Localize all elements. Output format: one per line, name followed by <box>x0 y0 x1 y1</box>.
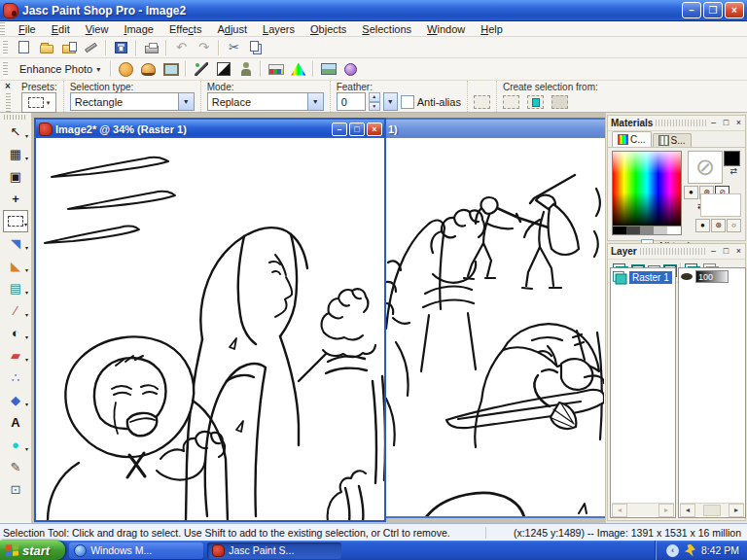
flyout-arrow-icon[interactable]: ▾ <box>24 221 27 228</box>
feather-input[interactable]: 0 <box>337 92 366 111</box>
menu-file[interactable]: File <box>11 22 44 36</box>
close-options-icon[interactable]: × <box>5 82 11 91</box>
materials-maximize-icon[interactable]: □ <box>720 117 732 129</box>
scroll-left-icon[interactable]: ◂ <box>680 504 695 517</box>
custom-selection-button[interactable] <box>474 95 490 109</box>
mode-select[interactable]: Replace ▼ <box>207 92 324 111</box>
clock[interactable]: 8:42 PM <box>701 544 739 556</box>
image2-minimize-button[interactable]: – <box>332 122 347 136</box>
dropper-tool[interactable]: ◥▾ <box>3 232 28 255</box>
image2-maximize-button[interactable]: □ <box>349 122 365 136</box>
scroll-thumb[interactable] <box>703 505 721 516</box>
flyout-arrow-icon[interactable]: ▾ <box>25 289 28 296</box>
red-eye-removal-button[interactable] <box>234 59 257 79</box>
menu-layers[interactable]: Layers <box>255 22 302 36</box>
menu-objects[interactable]: Objects <box>302 22 354 36</box>
minimize-button[interactable]: – <box>682 2 701 18</box>
crop-tool[interactable]: ▣ <box>3 165 28 188</box>
background-transparent-button[interactable]: ○ <box>727 219 741 232</box>
menu-adjust[interactable]: Adjust <box>209 22 255 36</box>
swap-colors-icon[interactable]: ⇄ <box>729 166 737 176</box>
print-button[interactable] <box>140 38 162 57</box>
feather-spinner[interactable]: ▲▼ <box>369 92 380 111</box>
combo-arrow-icon[interactable]: ▼ <box>178 93 194 110</box>
one-step-photo-fix-button[interactable] <box>115 59 137 79</box>
layer-properties-scrollbar[interactable]: ◂ ▸ <box>680 503 744 516</box>
object-selector-tool[interactable]: ⊡ <box>3 478 28 501</box>
anti-alias-checkbox[interactable] <box>401 95 414 109</box>
menu-image[interactable]: Image <box>116 22 161 36</box>
visibility-eye-icon[interactable] <box>681 273 693 280</box>
eraser-tool[interactable]: ▰▾ <box>3 344 28 367</box>
undo-button[interactable]: ↶ <box>170 38 193 57</box>
materials-close-icon[interactable]: × <box>732 117 745 129</box>
hue-map-button[interactable] <box>287 59 309 79</box>
flyout-arrow-icon[interactable]: ▾ <box>25 244 28 251</box>
feather-slider-button[interactable]: ▼ <box>383 92 398 111</box>
dodge-burn-tool[interactable]: ◐▾ <box>3 322 28 344</box>
clone-tool[interactable]: ▤▾ <box>3 277 28 299</box>
scroll-left-icon[interactable]: ◂ <box>612 504 627 517</box>
layer-list-pane[interactable]: Raster 1 ◂ ▸ <box>610 267 676 518</box>
preset-shapes-tool[interactable]: ●▾ <box>3 434 28 456</box>
foreground-material-swatch[interactable]: ⊘ <box>688 151 723 184</box>
airbrush-tool[interactable]: ∴ <box>3 367 28 389</box>
scroll-right-icon[interactable]: ▸ <box>658 504 674 517</box>
copy-button[interactable] <box>245 38 267 57</box>
toolbar-grip[interactable] <box>3 40 8 55</box>
hide-icons-icon[interactable]: ‹ <box>666 544 679 557</box>
grayscale-strip[interactable] <box>612 227 682 235</box>
selection-from-mask-button[interactable] <box>527 95 544 109</box>
image2-window[interactable]: Image2* @ 34% (Raster 1) – □ × <box>34 118 386 522</box>
color-strip-button[interactable] <box>265 59 287 79</box>
foreground-color-button[interactable]: ● <box>684 186 698 199</box>
browse-button[interactable] <box>57 38 80 57</box>
flyout-arrow-icon[interactable]: ▾ <box>25 445 28 452</box>
foreground-color-chip[interactable] <box>724 151 740 166</box>
selection-type-select[interactable]: Rectangle ▼ <box>70 92 195 111</box>
automatic-contrast-button[interactable] <box>212 59 234 79</box>
materials-minimize-icon[interactable]: – <box>707 117 720 129</box>
flyout-arrow-icon[interactable]: ▾ <box>25 311 28 318</box>
taskbar-task-active[interactable]: Jasc Paint S... <box>207 542 341 559</box>
framed-photo-button[interactable] <box>160 59 182 79</box>
sphere-effect-button[interactable] <box>339 59 362 79</box>
layer-list-scrollbar[interactable]: ◂ ▸ <box>612 503 674 516</box>
color-picker[interactable] <box>612 151 682 227</box>
taskbar-task-inactive[interactable]: Windows M... <box>69 542 203 559</box>
text-tool[interactable]: A <box>3 411 28 434</box>
presets-button[interactable]: ▾ <box>21 92 56 113</box>
menu-help[interactable]: Help <box>473 22 511 36</box>
pan-tool[interactable]: ↖▾ <box>3 121 28 143</box>
layer-properties-pane[interactable]: 100 ◂ ▸ <box>678 267 746 518</box>
enhance-photo-button[interactable]: Enhance Photo <box>13 60 107 78</box>
new-button[interactable] <box>13 38 35 57</box>
flyout-arrow-icon[interactable]: ▾ <box>25 266 28 273</box>
image2-titlebar[interactable]: Image2* @ 34% (Raster 1) – □ × <box>36 120 384 138</box>
tab-colors[interactable]: C... <box>612 131 652 147</box>
open-button[interactable] <box>35 38 57 57</box>
photo-sharpen-button[interactable] <box>317 59 339 79</box>
scroll-right-icon[interactable]: ▸ <box>729 504 744 517</box>
adjust-wand-button[interactable] <box>190 59 212 79</box>
layer-maximize-icon[interactable]: □ <box>720 245 732 258</box>
background-gradient-button[interactable]: ⊛ <box>711 219 726 232</box>
menu-window[interactable]: Window <box>419 22 473 36</box>
menu-selections[interactable]: Selections <box>354 22 419 36</box>
invert-selection-button[interactable] <box>551 95 568 109</box>
layer-grip[interactable] <box>640 248 707 255</box>
flyout-arrow-icon[interactable]: ▾ <box>25 356 28 363</box>
menu-edit[interactable]: Edit <box>44 22 78 36</box>
layer-properties-row[interactable]: 100 <box>679 268 745 285</box>
pen-tool[interactable]: ✎ <box>3 456 28 478</box>
photo-toolbar-grip[interactable] <box>3 61 8 77</box>
restore-button[interactable]: ❐ <box>703 2 723 18</box>
layer-minimize-icon[interactable]: – <box>707 245 720 258</box>
cut-button[interactable]: ✂ <box>223 38 245 57</box>
flyout-arrow-icon[interactable]: ▾ <box>25 401 28 407</box>
background-material-swatch[interactable] <box>700 193 741 217</box>
move-tool[interactable]: + <box>3 188 28 210</box>
image2-close-button[interactable]: × <box>367 122 382 136</box>
automatic-color-balance-button[interactable] <box>137 59 160 79</box>
paintbrush-tool[interactable]: ◣▾ <box>3 255 28 277</box>
